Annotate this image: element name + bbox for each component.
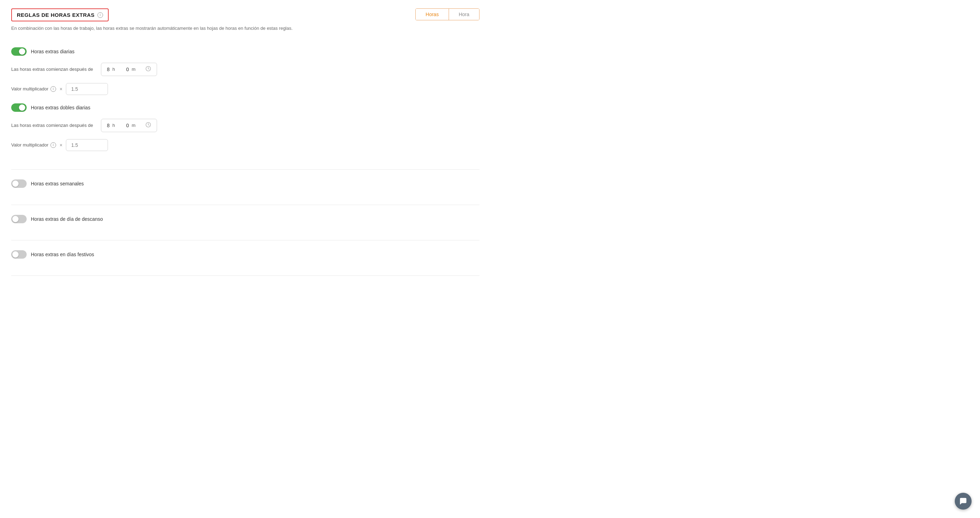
rest-day-overtime-label: Horas extras de día de descanso: [31, 216, 103, 222]
multiply-sign-2: ×: [60, 142, 62, 148]
weekly-overtime-slider[interactable]: [11, 180, 27, 188]
double-daily-overtime-time-row: Las horas extras comienzan después de 8 …: [11, 119, 479, 132]
chat-button[interactable]: [955, 493, 972, 510]
double-daily-hours-value: 8: [107, 123, 110, 128]
daily-overtime-hours-value: 8: [107, 67, 110, 72]
clock-icon-2: [145, 122, 151, 129]
holiday-overtime-toggle-row: Horas extras en días festivos: [11, 250, 479, 259]
daily-overtime-minutes-value: 0: [126, 67, 129, 72]
divider-1: [11, 169, 479, 170]
rest-day-overtime-section: Horas extras de día de descanso: [11, 208, 479, 237]
page-header: REGLAS DE HORAS EXTRAS i En combinación …: [11, 8, 479, 32]
holiday-overtime-toggle[interactable]: [11, 250, 27, 259]
holiday-overtime-slider[interactable]: [11, 250, 27, 259]
title-info-icon[interactable]: i: [97, 12, 103, 18]
daily-overtime-hours-unit: h: [113, 67, 115, 72]
daily-overtime-slider[interactable]: [11, 47, 27, 56]
double-daily-overtime-slider[interactable]: [11, 103, 27, 112]
daily-overtime-time-row: Las horas extras comienzan después de 8 …: [11, 63, 479, 76]
double-daily-overtime-toggle-row: Horas extras dobles diarias: [11, 103, 479, 112]
horas-view-button[interactable]: Horas: [416, 9, 449, 20]
double-daily-field-label: Las horas extras comienzan después de: [11, 123, 95, 128]
weekly-overtime-toggle[interactable]: [11, 180, 27, 188]
daily-overtime-time-input[interactable]: 8 h 0 m: [101, 63, 157, 76]
daily-multiplier-row: Valor multiplicador i ×: [11, 83, 479, 95]
multiplier-info-icon-2[interactable]: i: [51, 142, 56, 148]
double-daily-overtime-time-input[interactable]: 8 h 0 m: [101, 119, 157, 132]
title-box: REGLAS DE HORAS EXTRAS i: [11, 8, 109, 21]
multiplier-info-icon-1[interactable]: i: [51, 86, 56, 92]
double-daily-hours-unit: h: [113, 123, 115, 128]
daily-overtime-label: Horas extras diarias: [31, 49, 75, 54]
page-subtitle: En combinación con las horas de trabajo,…: [11, 25, 479, 32]
rest-day-overtime-toggle-row: Horas extras de día de descanso: [11, 215, 479, 223]
divider-2: [11, 205, 479, 205]
daily-overtime-section: Horas extras diarias Las horas extras co…: [11, 40, 479, 167]
double-daily-minutes-value: 0: [126, 123, 129, 128]
multiply-sign-1: ×: [60, 86, 62, 92]
weekly-overtime-label: Horas extras semanales: [31, 181, 84, 186]
double-daily-multiplier-row: Valor multiplicador i ×: [11, 139, 479, 151]
double-daily-overtime-toggle[interactable]: [11, 103, 27, 112]
view-toggle: Horas Hora: [415, 8, 479, 20]
hora-view-button[interactable]: Hora: [449, 9, 479, 20]
double-daily-multiplier-label: Valor multiplicador i: [11, 142, 56, 148]
daily-overtime-field-label: Las horas extras comienzan después de: [11, 67, 95, 72]
page-title: REGLAS DE HORAS EXTRAS: [17, 12, 95, 18]
daily-overtime-toggle[interactable]: [11, 47, 27, 56]
clock-icon-1: [145, 66, 151, 73]
weekly-overtime-section: Horas extras semanales: [11, 172, 479, 202]
divider-3: [11, 240, 479, 240]
double-daily-overtime-label: Horas extras dobles diarias: [31, 105, 91, 110]
double-daily-multiplier-input[interactable]: [66, 139, 108, 151]
daily-overtime-toggle-row: Horas extras diarias: [11, 47, 479, 56]
rest-day-overtime-slider[interactable]: [11, 215, 27, 223]
daily-multiplier-label: Valor multiplicador i: [11, 86, 56, 92]
holiday-overtime-label: Horas extras en días festivos: [31, 252, 94, 257]
divider-4: [11, 275, 479, 276]
holiday-overtime-section: Horas extras en días festivos: [11, 243, 479, 273]
rest-day-overtime-toggle[interactable]: [11, 215, 27, 223]
daily-multiplier-input[interactable]: [66, 83, 108, 95]
daily-overtime-minutes-unit: m: [132, 67, 136, 72]
weekly-overtime-toggle-row: Horas extras semanales: [11, 180, 479, 188]
double-daily-minutes-unit: m: [132, 123, 136, 128]
